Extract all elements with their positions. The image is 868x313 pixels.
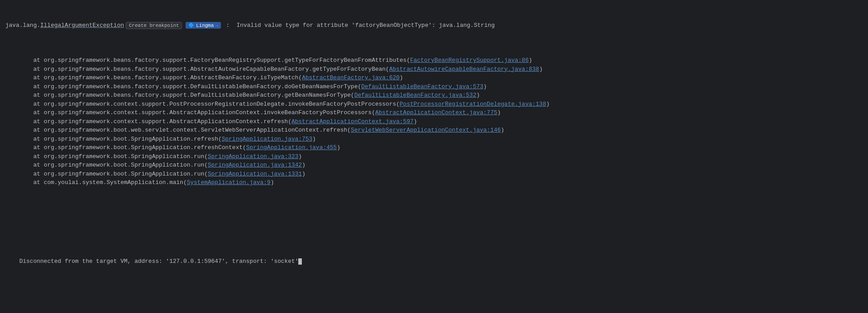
stack-prefix-7: at org.springframework.context.support.A… bbox=[5, 118, 292, 125]
stack-link-12[interactable]: SpringApplication.java:1342 bbox=[208, 162, 302, 168]
lingma-label: Lingma bbox=[196, 23, 214, 28]
stack-prefix-0: at org.springframework.beans.factory.sup… bbox=[5, 57, 410, 64]
stack-frame-2: at org.springframework.beans.factory.sup… bbox=[5, 73, 863, 82]
create-breakpoint-button[interactable]: Create breakpoint bbox=[126, 22, 182, 29]
stack-frame-1: at org.springframework.beans.factory.sup… bbox=[5, 65, 863, 74]
stack-prefix-8: at org.springframework.boot.web.servlet.… bbox=[5, 127, 351, 133]
error-line: java.lang.IllegalArgumentExceptionCreate… bbox=[5, 21, 863, 30]
stack-suffix-1: ) bbox=[539, 66, 543, 73]
stack-prefix-1: at org.springframework.beans.factory.sup… bbox=[5, 66, 389, 73]
stack-link-7[interactable]: AbstractApplicationContext.java:597 bbox=[292, 118, 414, 125]
stack-link-13[interactable]: SpringApplication.java:1331 bbox=[208, 171, 302, 177]
stack-trace: at org.springframework.beans.factory.sup… bbox=[5, 56, 863, 187]
stack-prefix-9: at org.springframework.boot.SpringApplic… bbox=[5, 136, 222, 142]
stack-frame-11: at org.springframework.boot.SpringApplic… bbox=[5, 152, 863, 161]
stack-frame-0: at org.springframework.beans.factory.sup… bbox=[5, 56, 863, 65]
exception-prefix: java.lang. bbox=[5, 21, 40, 30]
stack-suffix-7: ) bbox=[414, 118, 417, 125]
error-suffix: : Invalid value type for attribute 'fact… bbox=[223, 21, 495, 30]
disconnected-message: Disconnected from the target VM, address… bbox=[5, 248, 863, 274]
stack-link-2[interactable]: AbstractBeanFactory.java:620 bbox=[302, 74, 399, 81]
stack-link-4[interactable]: DefaultListableBeanFactory.java:532 bbox=[354, 92, 476, 99]
stack-link-0[interactable]: FactoryBeanRegistrySupport.java:86 bbox=[410, 57, 529, 64]
stack-frame-14: at com.youlai.system.SystemApplication.m… bbox=[5, 178, 863, 187]
stack-prefix-3: at org.springframework.beans.factory.sup… bbox=[5, 83, 361, 90]
stack-link-1[interactable]: AbstractAutowireCapableBeanFactory.java:… bbox=[389, 66, 539, 73]
stack-link-9[interactable]: SpringApplication.java:753 bbox=[222, 136, 313, 142]
stack-frame-3: at org.springframework.beans.factory.sup… bbox=[5, 82, 863, 91]
stack-frame-6: at org.springframework.context.support.A… bbox=[5, 108, 863, 117]
stack-suffix-13: ) bbox=[302, 171, 305, 177]
stack-suffix-3: ) bbox=[483, 83, 487, 90]
stack-prefix-5: at org.springframework.context.support.P… bbox=[5, 101, 400, 107]
stack-prefix-2: at org.springframework.beans.factory.sup… bbox=[5, 74, 302, 81]
blank-line-1 bbox=[5, 213, 863, 222]
stack-link-8[interactable]: ServletWebServerApplicationContext.java:… bbox=[351, 127, 500, 133]
stack-suffix-11: ) bbox=[298, 153, 302, 160]
stack-link-14[interactable]: SystemApplication.java:9 bbox=[187, 179, 271, 186]
stack-frame-13: at org.springframework.boot.SpringApplic… bbox=[5, 170, 863, 179]
stack-prefix-10: at org.springframework.boot.SpringApplic… bbox=[5, 144, 246, 151]
stack-suffix-2: ) bbox=[400, 74, 403, 81]
stack-prefix-4: at org.springframework.beans.factory.sup… bbox=[5, 92, 354, 99]
stack-link-11[interactable]: SpringApplication.java:323 bbox=[208, 153, 299, 160]
stack-suffix-10: ) bbox=[337, 144, 340, 151]
stack-frame-4: at org.springframework.beans.factory.sup… bbox=[5, 91, 863, 100]
stack-suffix-8: ) bbox=[501, 127, 504, 133]
stack-prefix-6: at org.springframework.context.support.A… bbox=[5, 109, 375, 116]
stack-link-10[interactable]: SpringApplication.java:455 bbox=[246, 144, 337, 151]
cursor bbox=[298, 258, 302, 265]
stack-prefix-12: at org.springframework.boot.SpringApplic… bbox=[5, 162, 208, 168]
stack-frame-7: at org.springframework.context.support.A… bbox=[5, 117, 863, 126]
stack-frame-10: at org.springframework.boot.SpringApplic… bbox=[5, 143, 863, 152]
stack-frame-8: at org.springframework.boot.web.servlet.… bbox=[5, 126, 863, 135]
stack-suffix-4: ) bbox=[476, 92, 480, 99]
stack-suffix-9: ) bbox=[313, 136, 316, 142]
stack-suffix-5: ) bbox=[546, 101, 550, 107]
stack-prefix-14: at com.youlai.system.SystemApplication.m… bbox=[5, 179, 187, 186]
stack-frame-5: at org.springframework.context.support.P… bbox=[5, 100, 863, 109]
stack-frame-12: at org.springframework.boot.SpringApplic… bbox=[5, 161, 863, 170]
stack-suffix-6: ) bbox=[497, 109, 501, 116]
stack-suffix-14: ) bbox=[271, 179, 274, 186]
lingma-icon: 🔷 bbox=[188, 22, 195, 28]
stack-link-6[interactable]: AbstractApplicationContext.java:775 bbox=[375, 109, 497, 116]
stack-suffix-12: ) bbox=[302, 162, 305, 168]
stack-prefix-13: at org.springframework.boot.SpringApplic… bbox=[5, 171, 208, 177]
blank-line-2 bbox=[5, 300, 863, 309]
stack-suffix-0: ) bbox=[529, 57, 532, 64]
console-output: java.lang.IllegalArgumentExceptionCreate… bbox=[5, 4, 863, 313]
lingma-button[interactable]: 🔷Lingma→ bbox=[186, 22, 220, 29]
exception-class[interactable]: IllegalArgumentException bbox=[40, 21, 124, 30]
lingma-arrow-icon: → bbox=[215, 23, 218, 28]
stack-link-5[interactable]: PostProcessorRegistrationDelegate.java:1… bbox=[400, 101, 546, 107]
stack-link-3[interactable]: DefaultListableBeanFactory.java:573 bbox=[361, 83, 483, 90]
stack-frame-9: at org.springframework.boot.SpringApplic… bbox=[5, 135, 863, 144]
stack-prefix-11: at org.springframework.boot.SpringApplic… bbox=[5, 153, 208, 160]
